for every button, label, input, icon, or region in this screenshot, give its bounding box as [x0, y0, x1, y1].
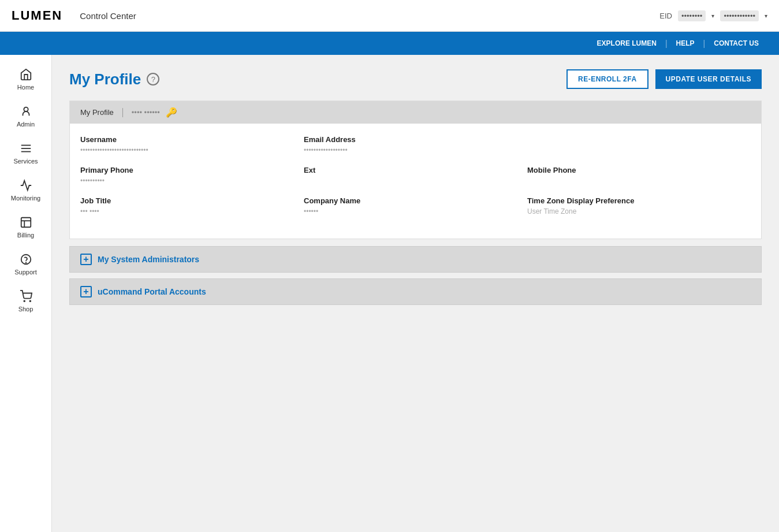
svg-point-11: [25, 262, 26, 263]
sidebar-label-support: Support: [14, 269, 37, 276]
ext-label: Ext: [304, 166, 527, 174]
profile-user-display: •••• ••••••: [132, 108, 160, 117]
svg-point-13: [29, 300, 31, 302]
email-field: Email Address ••••••••••••••••••: [304, 135, 527, 154]
profile-card-header-label: My Profile: [80, 108, 114, 117]
sidebar-item-support[interactable]: Support: [0, 245, 51, 282]
content-area: My Profile ? RE-ENROLL 2FA UPDATE USER D…: [52, 55, 779, 532]
ucommand-portal-section[interactable]: + uCommand Portal Accounts: [69, 278, 762, 305]
sidebar-item-admin[interactable]: Admin: [0, 98, 51, 135]
sidebar-label-services: Services: [13, 158, 38, 165]
header-buttons: RE-ENROLL 2FA UPDATE USER DETAILS: [566, 69, 762, 89]
help-icon[interactable]: ?: [147, 73, 159, 85]
profile-row-2: Primary Phone •••••••••• Ext Mobile Phon…: [80, 166, 751, 185]
billing-icon: [19, 215, 33, 229]
sidebar-item-services[interactable]: Services: [0, 135, 51, 172]
primary-phone-field: Primary Phone ••••••••••: [80, 166, 304, 185]
page-title: My Profile: [69, 70, 141, 88]
profile-card-header: My Profile •••• •••••• 🔑: [70, 101, 761, 124]
profile-row-3: Job Title ••• •••• Company Name •••••• T…: [80, 196, 751, 215]
ucommand-section-title: uCommand Portal Accounts: [98, 287, 206, 296]
primary-phone-label: Primary Phone: [80, 166, 304, 174]
email-value: ••••••••••••••••••: [304, 146, 527, 154]
key-icon: 🔑: [166, 107, 177, 118]
my-system-admins-section[interactable]: + My System Administrators: [69, 246, 762, 273]
help-link[interactable]: HELP: [668, 39, 703, 47]
primary-phone-value: ••••••••••: [80, 177, 304, 185]
page-header: My Profile ? RE-ENROLL 2FA UPDATE USER D…: [69, 69, 762, 89]
job-title-field: Job Title ••• ••••: [80, 196, 304, 215]
expand-icon-ucommand: +: [80, 286, 92, 297]
page-title-area: My Profile ?: [69, 70, 159, 88]
sidebar-label-monitoring: Monitoring: [11, 195, 40, 202]
sidebar-label-home: Home: [17, 84, 34, 91]
profile-card-body: Username •••••••••••••••••••••••••••• Em…: [70, 124, 761, 239]
mobile-phone-label: Mobile Phone: [527, 166, 751, 174]
email-label: Email Address: [304, 135, 527, 144]
company-name-label: Company Name: [304, 196, 527, 205]
username-label: Username: [80, 135, 304, 144]
sidebar-item-home[interactable]: Home: [0, 61, 51, 98]
app-title: Control Center: [80, 11, 136, 21]
sidebar-item-shop[interactable]: Shop: [0, 282, 51, 319]
sidebar: Home Admin Ser: [0, 55, 52, 532]
services-icon: [19, 142, 33, 155]
admin-icon: [19, 105, 33, 118]
sidebar-label-admin: Admin: [17, 121, 35, 128]
sidebar-label-shop: Shop: [18, 306, 33, 312]
main-layout: Home Admin Ser: [0, 55, 779, 532]
timezone-field: Time Zone Display Preference User Time Z…: [527, 196, 751, 215]
user-dropdown-icon[interactable]: ▾: [765, 13, 767, 19]
header-right: EID •••••••• ▾ •••••••••••• ▾: [659, 10, 767, 21]
sidebar-item-billing[interactable]: Billing: [0, 209, 51, 245]
eid-label: EID: [659, 12, 672, 20]
reenroll-2fa-button[interactable]: RE-ENROLL 2FA: [566, 69, 648, 89]
lumen-logo: LUMEN: [12, 8, 62, 23]
job-title-label: Job Title: [80, 196, 304, 205]
top-header: LUMEN Control Center EID •••••••• ▾ ••••…: [0, 0, 779, 32]
username-field: Username ••••••••••••••••••••••••••••: [80, 135, 304, 154]
timezone-label: Time Zone Display Preference: [527, 196, 751, 205]
profile-card: My Profile •••• •••••• 🔑 Username ••••••…: [69, 101, 762, 239]
sidebar-label-billing: Billing: [17, 232, 34, 239]
eid-value: ••••••••: [678, 10, 706, 21]
sidebar-item-monitoring[interactable]: Monitoring: [0, 172, 51, 209]
email-spacer: [527, 135, 751, 154]
admins-section-title: My System Administrators: [98, 255, 199, 264]
profile-row-1: Username •••••••••••••••••••••••••••• Em…: [80, 135, 751, 154]
eid-dropdown-icon[interactable]: ▾: [711, 13, 714, 19]
blue-nav-bar: EXPLORE LUMEN | HELP | CONTACT US: [0, 32, 779, 55]
ext-field: Ext: [304, 166, 527, 185]
company-name-field: Company Name ••••••: [304, 196, 527, 215]
job-title-value: ••• ••••: [80, 207, 304, 215]
header-divider: [122, 108, 123, 117]
svg-point-0: [24, 107, 28, 111]
explore-lumen-link[interactable]: EXPLORE LUMEN: [588, 39, 665, 47]
contact-us-link[interactable]: CONTACT US: [705, 39, 767, 47]
svg-rect-7: [21, 218, 31, 228]
update-user-details-button[interactable]: UPDATE USER DETAILS: [655, 69, 762, 89]
home-icon: [19, 68, 33, 81]
user-name: ••••••••••••: [720, 10, 759, 21]
company-name-value: ••••••: [304, 207, 527, 215]
username-value: ••••••••••••••••••••••••••••: [80, 146, 304, 154]
shop-icon: [19, 289, 33, 303]
monitoring-icon: [19, 178, 33, 192]
timezone-value: User Time Zone: [527, 207, 751, 215]
support-icon: [19, 252, 33, 266]
svg-point-12: [24, 300, 25, 302]
expand-icon-admins: +: [80, 254, 92, 265]
mobile-phone-field: Mobile Phone: [527, 166, 751, 185]
